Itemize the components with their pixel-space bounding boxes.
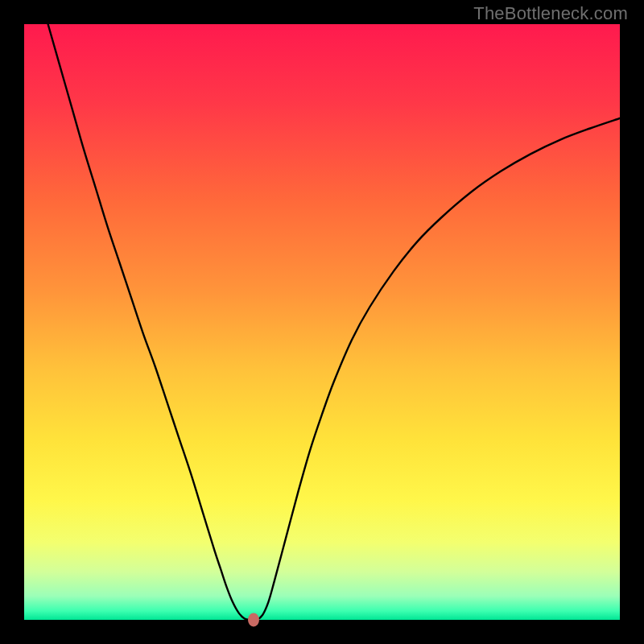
plot-area bbox=[24, 24, 620, 620]
watermark-text: TheBottleneck.com bbox=[473, 3, 628, 24]
optimal-point-marker bbox=[248, 613, 259, 627]
plot-svg bbox=[24, 24, 620, 620]
gradient-background bbox=[24, 24, 620, 620]
chart-frame: TheBottleneck.com bbox=[0, 0, 644, 644]
